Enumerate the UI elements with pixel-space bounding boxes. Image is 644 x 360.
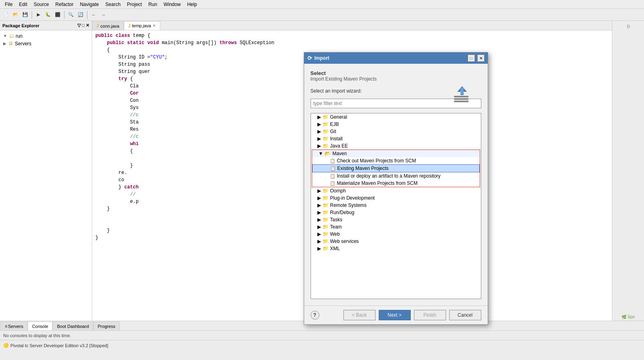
toolbar-run[interactable]: ▶ [34, 10, 43, 19]
tree-item-xml[interactable]: ▶ 📁 XML [311, 245, 481, 252]
tree-item-team[interactable]: ▶ 📁 Team [311, 223, 481, 231]
svg-rect-2 [454, 101, 468, 102]
console-tab-label: Console [32, 324, 48, 329]
tree-label-maven-existing: Existing Maven Projects [337, 166, 389, 171]
package-explorer-label: Package Explorer [2, 23, 39, 28]
menu-refactor[interactable]: Refactor [52, 1, 77, 8]
dialog-icon-area [452, 85, 472, 105]
maven-item-icon-install: 📋 [330, 174, 335, 179]
tree-item-ejb[interactable]: ▶ 📁 EJB [311, 121, 481, 128]
menu-project[interactable]: Project [124, 1, 145, 8]
folder-icon: 📁 [323, 210, 329, 215]
bottom-tab-progress[interactable]: Progress [93, 322, 120, 330]
maven-item-icon-checkout: 📋 [330, 158, 335, 164]
toolbar-debug[interactable]: 🐛 [44, 10, 52, 19]
sidebar-item-servers[interactable]: ▶ 🖥 Servers [2, 40, 90, 47]
tree-label-javaee: Java EE [330, 143, 348, 149]
dialog-maximize-btn[interactable]: □ [468, 55, 475, 62]
chevron-right-icon: ▶ [3, 41, 6, 46]
chevron-right-icon: ▶ [317, 246, 321, 251]
tree-label-plugin-dev: Plug-in Development [330, 195, 375, 201]
tree-label-maven-materialize: Materialize Maven Projects from SCM [337, 180, 418, 186]
tree-label-general: General [330, 114, 347, 120]
folder-icon: 📁 [323, 143, 329, 149]
tree-item-tasks[interactable]: ▶ 📁 Tasks [311, 216, 481, 223]
progress-tab-label: Progress [98, 324, 115, 329]
sidebar-maximize[interactable]: □ [82, 23, 85, 28]
tree-item-run-debug[interactable]: ▶ 📁 Run/Debug [311, 209, 481, 216]
toolbar-refresh[interactable]: 🔄 [76, 10, 85, 19]
tree-item-remote-systems[interactable]: ▶ 📁 Remote Systems [311, 202, 481, 209]
folder-icon: 📁 [323, 202, 329, 208]
svg-rect-4 [460, 88, 464, 94]
tree-item-git[interactable]: ▶ 📁 Git [311, 128, 481, 135]
tree-item-maven-existing[interactable]: 📋 Existing Maven Projects [312, 164, 480, 172]
tree-item-general[interactable]: ▶ 📁 General [311, 113, 481, 121]
bottom-tab-servers[interactable]: 🖥 Servers [0, 322, 28, 330]
tab-conn-java[interactable]: J conn.java [92, 21, 124, 30]
folder-icon: 📁 [323, 239, 329, 244]
folder-icon: 📁 [323, 231, 329, 237]
bottom-tab-console[interactable]: Console [28, 322, 52, 330]
tab-close-temp[interactable]: ✕ [153, 24, 156, 28]
tab-temp-java[interactable]: J temp.java ✕ [124, 21, 160, 30]
finish-button[interactable]: Finish [414, 310, 446, 320]
cancel-button[interactable]: Cancel [449, 310, 481, 320]
sidebar-close[interactable]: ✕ [86, 23, 89, 28]
toolbar-back[interactable]: ← [89, 10, 98, 19]
tree-item-oomph[interactable]: ▶ 📁 Oomph [311, 187, 481, 194]
tree-item-web[interactable]: ▶ 📁 Web [311, 231, 481, 238]
toolbar-save[interactable]: 💾 [21, 10, 30, 19]
folder-icon: 📁 [323, 136, 329, 142]
dialog-footer: ? < Back Next > Finish Cancel [304, 305, 488, 324]
chevron-right-icon: ▶ [317, 231, 321, 237]
menu-run[interactable]: Run [145, 1, 160, 8]
menu-help[interactable]: Help [184, 1, 200, 8]
folder-open-icon: 📂 [325, 151, 331, 156]
chevron-right-icon: ▶ [317, 224, 321, 230]
help-button[interactable]: ? [311, 311, 319, 320]
tree-item-web-services[interactable]: ▶ 📁 Web services [311, 238, 481, 245]
folder-icon: 📁 [323, 195, 329, 201]
tree-item-maven[interactable]: ▼ 📂 Maven [312, 150, 480, 157]
tree-item-plugin-dev[interactable]: ▶ 📁 Plug-in Development [311, 194, 481, 202]
right-panel-label: ⟩⟩ [627, 24, 630, 28]
menu-file[interactable]: File [2, 1, 16, 8]
tree-label-maven: Maven [332, 151, 347, 156]
tree-list[interactable]: ▶ 📁 General ▶ 📁 EJB ▶ 📁 Git [311, 113, 481, 299]
menu-window[interactable]: Window [160, 1, 184, 8]
menu-edit[interactable]: Edit [16, 1, 30, 8]
tree-label-maven-install: Install or deploy an artifact to a Maven… [337, 173, 441, 179]
sidebar-header: Package Explorer ▽ □ ✕ [0, 21, 92, 30]
toolbar-search[interactable]: 🔍 [67, 10, 75, 19]
menu-source[interactable]: Source [30, 1, 52, 8]
tree-item-maven-materialize[interactable]: 📋 Materialize Maven Projects from SCM [312, 180, 480, 187]
sidebar: Package Explorer ▽ □ ✕ ▼ 🗂 run ▶ 🖥 Serve… [0, 21, 92, 321]
dialog-close-btn[interactable]: ✕ [477, 55, 485, 62]
sidebar-controls: ▽ □ ✕ [77, 23, 89, 28]
sidebar-item-run[interactable]: ▼ 🗂 run [2, 32, 90, 40]
tree-item-maven-install[interactable]: 📋 Install or deploy an artifact to a Mav… [312, 172, 480, 180]
menu-bar: File Edit Source Refactor Navigate Searc… [0, 0, 644, 9]
folder-icon: 📁 [323, 224, 329, 230]
bottom-content: No consoles to display at this time. [0, 331, 644, 340]
toolbar-open[interactable]: 📂 [11, 10, 20, 19]
tree-label-ejb: EJB [330, 121, 339, 127]
tree-label-maven-checkout: Check out Maven Projects from SCM [337, 158, 416, 164]
menu-search[interactable]: Search [102, 1, 124, 8]
toolbar-new[interactable]: 📄 [2, 10, 10, 19]
tree-item-maven-checkout[interactable]: 📋 Check out Maven Projects from SCM [312, 157, 480, 164]
tree-label-web-services: Web services [330, 239, 359, 244]
back-button[interactable]: < Back [343, 310, 375, 320]
chevron-right-icon: ▶ [317, 239, 321, 244]
sidebar-minimize[interactable]: ▽ [77, 23, 81, 28]
next-button[interactable]: Next > [379, 310, 411, 320]
tree-label-xml: XML [330, 246, 340, 251]
tree-item-javaee[interactable]: ▶ 📁 Java EE [311, 142, 481, 150]
bottom-tab-boot-dashboard[interactable]: Boot Dashboard [52, 322, 93, 330]
toolbar-forward[interactable]: → [99, 10, 108, 19]
tree-item-install[interactable]: ▶ 📁 Install [311, 135, 481, 142]
tree-label-run-debug: Run/Debug [330, 210, 355, 215]
toolbar-stop[interactable]: ⬛ [53, 10, 62, 19]
menu-navigate[interactable]: Navigate [77, 1, 102, 8]
